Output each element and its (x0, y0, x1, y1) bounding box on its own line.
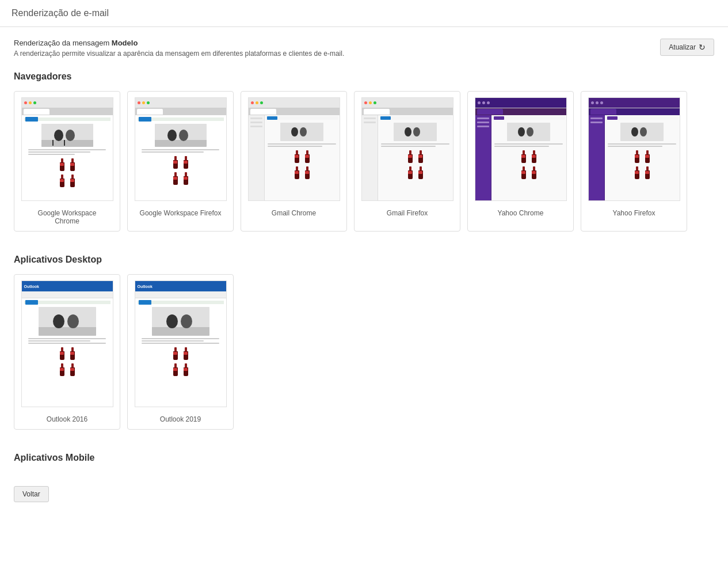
bottles-row-2 (59, 175, 75, 188)
gmail-ff-layout (362, 115, 453, 200)
svg-point-11 (291, 127, 298, 136)
gmail-main (265, 115, 340, 200)
yahoo-sidebar (475, 115, 491, 200)
dot-red (364, 101, 367, 104)
desktop-section-title: Aplicativos Desktop (14, 255, 714, 265)
text-lines (142, 149, 219, 154)
bottle (183, 156, 189, 170)
desktop-section: Aplicativos Desktop Outlook (14, 255, 714, 430)
thumb-body-outlook-2019 (135, 298, 226, 407)
message-info: Renderização da mensagem Modelo A render… (14, 39, 714, 58)
card-label-gmail-chrome: Gmail Chrome (272, 209, 316, 217)
browsers-section-title: Navegadores (14, 71, 714, 82)
svg-point-25 (67, 314, 79, 328)
thumbnail-yahoo-firefox[interactable]: Yahoo Firefox (581, 91, 687, 232)
dot-green (33, 101, 36, 104)
dot-red (138, 101, 140, 104)
svg-rect-7 (155, 140, 207, 147)
bottle (521, 166, 527, 180)
card-label-outlook-2016: Outlook 2016 (47, 415, 87, 423)
email-header (24, 301, 110, 304)
meeting-svg (155, 124, 207, 147)
yahoo-layout (475, 115, 566, 200)
bottle (407, 166, 413, 180)
thumbnail-gw-firefox[interactable]: Google Workspace Firefox (127, 91, 234, 232)
desktop-thumbnails-row: Outlook (14, 274, 714, 430)
tab-bar-gw-chrome (22, 108, 113, 115)
yahoo-main (491, 115, 566, 200)
bottle (294, 150, 300, 164)
email-logo (139, 117, 151, 122)
message-info-left: Renderização da mensagem Modelo A render… (14, 39, 344, 58)
thumbnail-outlook-2019[interactable]: Outlook (127, 274, 234, 430)
dot-yellow (369, 101, 372, 104)
bottle (70, 175, 75, 188)
meeting-image (394, 123, 437, 141)
email-content-outlook (24, 301, 110, 378)
svg-point-29 (181, 314, 192, 328)
thumb-tab (590, 109, 616, 115)
dot-green (147, 101, 150, 104)
outlook-header-2019: Outlook (135, 281, 226, 291)
dot-yellow (142, 101, 145, 104)
text-lines (28, 149, 106, 156)
meeting-svg (41, 124, 93, 147)
meeting-image (39, 307, 96, 336)
bottle (59, 347, 65, 361)
yahoo-ff-main (605, 115, 680, 200)
meeting-image (280, 123, 323, 141)
email-header (138, 117, 224, 121)
email-header (606, 116, 679, 120)
bottle (304, 150, 310, 164)
bottles-row (173, 156, 189, 170)
atualizar-button[interactable]: Atualizar ↻ (660, 39, 714, 56)
svg-point-28 (166, 314, 178, 328)
thumbnail-gw-chrome[interactable]: Google WorkspaceChrome (14, 91, 120, 232)
bottle (531, 166, 537, 180)
thumbnail-gmail-chrome[interactable]: Gmail Chrome (241, 91, 347, 232)
yahoo-ff-sidebar (589, 115, 605, 200)
thumb-image-yahoo-chrome (475, 97, 567, 201)
bottle (407, 150, 413, 164)
card-label-gmail-firefox: Gmail Firefox (387, 209, 428, 217)
gmail-ff-sidebar (362, 115, 378, 200)
meeting-image (507, 123, 550, 141)
svg-rect-23 (39, 327, 96, 336)
email-header (24, 117, 110, 121)
text-line (28, 154, 75, 155)
dot-green (373, 101, 376, 104)
browser-bar-yahoo-firefox (589, 98, 680, 108)
dot (591, 101, 594, 104)
dot (596, 101, 599, 104)
thumbnail-outlook-2016[interactable]: Outlook (14, 274, 120, 430)
bottle (521, 150, 527, 164)
bottle (183, 347, 189, 361)
thumbnail-gmail-firefox[interactable]: Gmail Firefox (354, 91, 460, 232)
gmail-layout (249, 115, 340, 200)
outlook-header: Outlook (22, 281, 113, 291)
meeting-image (152, 307, 209, 336)
dot-yellow (256, 101, 258, 104)
dot-red (24, 101, 27, 104)
card-label-yahoo-firefox: Yahoo Firefox (613, 209, 655, 217)
card-label-yahoo-chrome: Yahoo Chrome (498, 209, 544, 217)
back-label: Voltar (22, 490, 40, 498)
dot (487, 101, 490, 104)
mobile-section-title: Aplicativos Mobile (14, 453, 714, 463)
page-content: Renderização da mensagem Modelo A render… (0, 27, 728, 569)
back-button[interactable]: Voltar (14, 486, 49, 502)
outlook-toolbar-2019 (135, 291, 226, 298)
email-content (138, 117, 224, 187)
browser-bar-yahoo-chrome (475, 98, 566, 108)
thumb-tab (24, 109, 49, 115)
svg-point-17 (518, 127, 525, 136)
bottle (173, 363, 178, 377)
thumbnail-yahoo-chrome[interactable]: Yahoo Chrome (467, 91, 574, 232)
atualizar-label: Atualizar (669, 43, 696, 51)
svg-point-3 (66, 130, 75, 141)
yahoo-ff-layout (589, 115, 680, 200)
thumb-image-gw-chrome (21, 97, 113, 201)
bottle (183, 172, 189, 186)
svg-point-15 (413, 127, 420, 136)
card-label-outlook-2019: Outlook 2019 (160, 415, 201, 423)
